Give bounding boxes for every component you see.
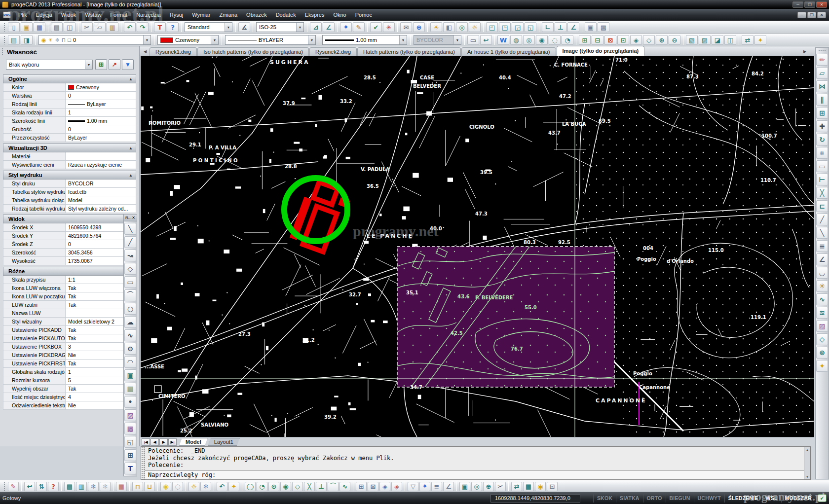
make-block-button[interactable]: ▦ [124, 383, 136, 395]
ucs-icon-toggle-button[interactable]: ▽ [408, 482, 418, 491]
multiline-text-button[interactable]: T [124, 463, 136, 474]
3d-rotate-button[interactable]: ⊚ [816, 347, 828, 359]
layout-nav-button[interactable]: ▶ [159, 438, 168, 446]
menu-dodatek[interactable]: Dodatek [271, 10, 301, 19]
translate-button[interactable]: ✳ [383, 22, 395, 32]
layer-isolate-button[interactable]: ▤ [64, 482, 75, 491]
print-button[interactable]: ▤ [51, 22, 63, 32]
layer-previous-button[interactable]: ↩ [480, 35, 492, 45]
property-row-srodek-y[interactable]: Środek Y4821600.5764 [3, 232, 136, 240]
section-ogolne[interactable]: Ogólne▲ [3, 74, 136, 83]
chevron-down-icon[interactable]: ▼ [308, 36, 315, 44]
point-button[interactable]: • [124, 396, 136, 408]
collapse-icon[interactable]: ▲ [129, 146, 133, 150]
layer-identify-button[interactable]: ? [48, 482, 59, 491]
property-row-skala-rodzaju-linii[interactable]: Skala rodzaju linii1 [3, 108, 136, 117]
layout-nav-button[interactable]: |◀ [142, 438, 150, 446]
property-row-kolor[interactable]: KolorCzerwony [3, 83, 136, 92]
underlay-layers-button[interactable]: ⊖ [669, 35, 680, 45]
property-value[interactable]: 0 [66, 92, 136, 100]
chevron-down-icon[interactable]: ▼ [399, 36, 407, 44]
maximize-button[interactable]: ❐ [804, 1, 815, 8]
image-quality-button[interactable]: ⊟ [592, 35, 603, 45]
circle-button[interactable]: ○ [124, 303, 136, 315]
hatch-edit-button[interactable]: ▧ [686, 35, 698, 45]
open-file-button[interactable]: ▣ [21, 22, 33, 32]
box-tool-button[interactable]: ⊡ [547, 482, 558, 491]
snap-quadrant-button[interactable]: ◇ [292, 482, 303, 491]
new-file-button[interactable]: ▯ [8, 22, 20, 32]
close-icon[interactable]: ✕ [132, 216, 135, 220]
status-toggle-orto[interactable]: ORTO [643, 494, 666, 503]
snap-intersection-button[interactable]: ╳ [304, 482, 315, 491]
dimstyle-combo[interactable]: ISO-25▼ [256, 22, 304, 32]
property-row-ustawienie-pickadd[interactable]: Ustawienie PICKADDTak [3, 326, 136, 334]
move-button[interactable]: ✚ [816, 120, 828, 132]
snap-midpoint-button[interactable]: ◔ [257, 482, 267, 491]
layer-properties-button[interactable]: ▤ [8, 35, 20, 45]
redo-button[interactable]: ↷ [137, 22, 149, 32]
property-row-ilosc-miejsc-dziesietnych[interactable]: Ilość miejsc dziesiętnych4 [3, 393, 136, 401]
property-row-wyswietlanie-cieni[interactable]: Wyświetlanie cieniRzuca i uzyskuje cieni… [3, 161, 136, 169]
layer-make-current-button[interactable]: ✎ [8, 482, 19, 491]
menu-widok[interactable]: Widok [57, 10, 81, 19]
layer-match-button[interactable]: ⇅ [36, 482, 47, 491]
paste-button[interactable]: ▥ [107, 22, 118, 32]
ucs-world-button[interactable]: ⊥ [555, 22, 566, 32]
tab-scroll-right-icon[interactable]: ▶ [801, 47, 808, 55]
command-scrollbar[interactable]: ▲▼ [804, 447, 810, 479]
rotate-button[interactable]: ↻ [816, 134, 828, 145]
property-row-ustawienie-pickauto[interactable]: Ustawienie PICKAUTOTak [3, 334, 136, 343]
command-grip[interactable] [141, 447, 145, 479]
join-button[interactable]: ≡ [816, 240, 828, 252]
status-toggle-uchwyt[interactable]: UCHWYT [694, 494, 724, 503]
stretch-button[interactable]: ▭ [816, 160, 828, 172]
property-row-luw-rzutni[interactable]: LUW rzutniTak [3, 301, 136, 309]
mdi-minimize-button[interactable]: ─ [797, 12, 806, 18]
lengthen-button[interactable]: ⊢ [816, 174, 828, 185]
layer-dim-button[interactable]: ◌ [172, 482, 183, 491]
construction-line-button[interactable]: ╱ [124, 236, 136, 248]
menu-rysuj[interactable]: Rysuj [165, 10, 188, 19]
xref-attach-button[interactable]: ◎ [523, 35, 535, 45]
offset-button[interactable]: ∥ [816, 94, 828, 106]
clip-tool-button[interactable]: ✂ [495, 482, 506, 491]
inquiry-id-button[interactable]: ◈ [391, 482, 402, 491]
cut-button[interactable]: ✂ [81, 22, 93, 32]
grid-tool-button[interactable]: ▦ [523, 482, 534, 491]
menu-zmiana[interactable]: Zmiana [215, 10, 242, 19]
inquiry-mass-button[interactable]: ◈ [379, 482, 390, 491]
ucs-previous-button[interactable]: ∠ [567, 22, 579, 32]
select-objects-button[interactable]: ⊞ [95, 59, 107, 70]
close-button[interactable]: ✕ [816, 1, 827, 8]
view-iso-button[interactable]: ◱ [525, 22, 536, 32]
status-toggle-sledzenie[interactable]: ŚLEDZENIE [724, 494, 762, 503]
property-row-ikona-luw-w-aczona[interactable]: Ikona LUW włączonaTak [3, 284, 136, 292]
etransmit-button[interactable]: ✉ [400, 22, 412, 32]
tab-model[interactable]: Model [179, 438, 208, 446]
layer-lock-button[interactable]: ⊓ [132, 482, 143, 491]
property-value[interactable]: Model [66, 196, 136, 204]
doc-tab-ar-house-1-tylko-do-przegladania[interactable]: Ar house 1 (tylko do przeglądania) [461, 47, 556, 56]
copy-button[interactable]: ▱ [94, 22, 106, 32]
layer-on-button[interactable]: ◉ [160, 482, 171, 491]
layer-sun-button[interactable]: ☼ [188, 482, 199, 491]
gradient-button[interactable]: ▩ [124, 423, 136, 434]
lineweight-combo[interactable]: 1.00 mm▼ [322, 35, 407, 45]
layer-off-button[interactable]: ▦ [116, 482, 127, 491]
image-clip-button[interactable]: ⊡ [617, 35, 629, 45]
dimension-quick-button[interactable]: ∡ [238, 22, 250, 32]
xref-clip-button[interactable]: ◌ [549, 35, 561, 45]
inquiry-distance-button[interactable]: ⊞ [356, 482, 367, 491]
property-value[interactable]: ByLayer [66, 134, 136, 142]
filter-button[interactable]: ▼ [122, 59, 134, 70]
property-row-skala-przypisu[interactable]: Skala przypisu1:1 [3, 276, 136, 284]
section-styl-wydruku[interactable]: Styl wydruku▲ [3, 171, 136, 180]
property-value[interactable]: Rzuca i uzyskuje cienie [66, 161, 136, 169]
status-toggle-mobszar[interactable]: MOBSZAR [781, 494, 815, 503]
layer-previous2-button[interactable]: ↩ [24, 482, 35, 491]
layer-combo[interactable]: ◉☀❄⊓□0▼ [38, 35, 151, 45]
match-tool-button[interactable]: ⇄ [511, 482, 522, 491]
array-button[interactable]: ⊞ [816, 107, 828, 119]
bulb-tool-button[interactable]: ◉ [535, 482, 546, 491]
